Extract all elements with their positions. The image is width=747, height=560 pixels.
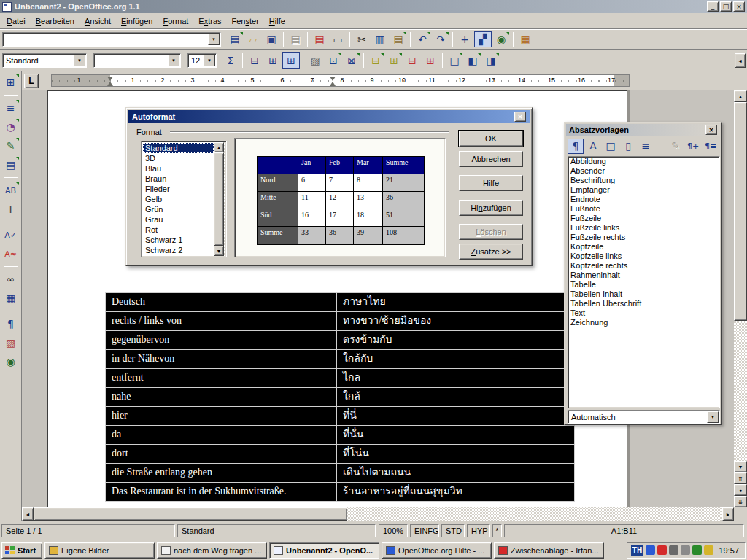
insert-frame-icon[interactable]: □: [446, 52, 463, 69]
online-layout-icon[interactable]: ◉: [2, 353, 20, 370]
format-list-item[interactable]: 3D: [143, 153, 214, 163]
data-sources-icon[interactable]: ▦: [2, 289, 20, 307]
split-cells-icon[interactable]: ⊞: [264, 52, 282, 69]
left-indent-marker[interactable]: [107, 77, 113, 81]
spellcheck-icon[interactable]: A✓: [2, 226, 20, 244]
style-list-item[interactable]: Text: [568, 308, 719, 318]
table-borders-icon[interactable]: ⊡: [325, 52, 342, 69]
style-list-item[interactable]: Beschriftung: [568, 176, 719, 185]
style-list-item[interactable]: Kopfzeile rechts: [568, 261, 719, 271]
doc-cell-german[interactable]: rechts / links von: [106, 312, 336, 330]
style-list-item[interactable]: Zeichnung: [568, 318, 719, 327]
style-list-item[interactable]: Kopfzeile: [568, 242, 719, 252]
doc-cell-german[interactable]: in der Nähevon: [106, 350, 336, 368]
update-style-icon[interactable]: ¶≡: [703, 139, 719, 154]
open-document-icon[interactable]: ▱: [244, 31, 262, 47]
new-document-icon[interactable]: ▤: [226, 31, 244, 47]
stylist-window[interactable]: Absatzvorlagen × ¶A□▯≡✎¶+¶≡ AbbildungAbs…: [564, 122, 722, 425]
format-list-item[interactable]: Flieder: [143, 184, 214, 194]
scroll-thumb[interactable]: [214, 152, 224, 246]
stylist-icon[interactable]: ▞: [474, 31, 492, 47]
frame-styles-icon[interactable]: □: [603, 139, 619, 154]
close-button[interactable]: ×: [733, 1, 745, 12]
document-table[interactable]: Deutschภาษาไทยrechts / links vonทางขวา/ซ…: [105, 292, 575, 502]
language-indicator[interactable]: TH: [631, 545, 643, 556]
doc-cell-german[interactable]: hier: [106, 407, 336, 425]
doc-cell-german[interactable]: die Straße entlang gehen: [106, 464, 336, 482]
vertical-scrollbar[interactable]: ▲ ▼ ⇈ ● ⇊: [734, 90, 747, 508]
volume-icon[interactable]: [669, 545, 678, 555]
gallery-icon[interactable]: ▦: [516, 31, 534, 47]
format-list-item[interactable]: Grün: [143, 204, 214, 214]
menu-fenster[interactable]: Fenster: [227, 15, 264, 28]
draw-functions-icon[interactable]: ✎: [2, 137, 20, 155]
doc-cell-thai[interactable]: ตรงข้ามกับ: [337, 331, 574, 349]
dropdown-arrow-icon[interactable]: ▼: [707, 411, 719, 423]
unmerge-cells-icon[interactable]: ⊞: [282, 52, 300, 69]
border-style-icon[interactable]: ⊠: [343, 52, 360, 69]
next-page-icon[interactable]: ⇊: [734, 496, 747, 508]
optimize-table-icon[interactable]: ◧: [464, 52, 481, 69]
format-list-item[interactable]: Schwarz 2: [143, 245, 214, 255]
doc-cell-thai[interactable]: ที่นี่: [337, 407, 574, 425]
hilfe-button[interactable]: Hilfe: [459, 175, 523, 191]
autospellcheck-icon[interactable]: A≈: [2, 245, 20, 262]
antivirus-icon[interactable]: [657, 545, 667, 555]
scroll-left-icon[interactable]: ◄: [22, 508, 34, 521]
insert-fields-icon[interactable]: ≡: [2, 99, 20, 117]
doc-cell-thai[interactable]: ใกล้กับ: [337, 350, 574, 368]
task-button[interactable]: nach dem Weg fragen ...: [157, 542, 267, 559]
menu-extras[interactable]: Extras: [193, 15, 226, 28]
format-list-item[interactable]: Schwarz 1: [143, 235, 214, 245]
task-button[interactable]: Unbenannt2 - OpenO...: [269, 542, 379, 559]
style-list-item[interactable]: Endnote: [568, 195, 719, 204]
tab-type-selector[interactable]: L: [24, 74, 39, 88]
delete-column-icon[interactable]: ⊞: [422, 52, 439, 69]
style-list-item[interactable]: Fußzeile rechts: [568, 233, 719, 242]
menu-datei[interactable]: Datei: [1, 15, 31, 28]
style-list-item[interactable]: Tabelle: [568, 280, 719, 289]
stylist-titlebar[interactable]: Absatzvorlagen ×: [566, 124, 720, 136]
style-list-item[interactable]: Kopfzeile links: [568, 252, 719, 261]
font-size-combobox[interactable]: 12 ▼: [187, 53, 217, 68]
status-insert-mode[interactable]: EINFG: [410, 524, 439, 537]
vertical-scroll-thumb[interactable]: [734, 102, 747, 321]
status-page[interactable]: Seite 1 / 1: [1, 524, 175, 537]
task-button[interactable]: OpenOffice.org Hilfe - ...: [382, 542, 492, 559]
zusätze-button[interactable]: Zusätze >>: [459, 244, 523, 260]
maximize-button[interactable]: □: [720, 1, 732, 12]
sum-icon[interactable]: Σ: [222, 52, 239, 69]
menu-format[interactable]: Format: [158, 15, 193, 28]
format-list-item[interactable]: Gelb: [143, 194, 214, 204]
task-button[interactable]: Eigene Bilder: [44, 542, 155, 559]
export-pdf-icon[interactable]: ▤: [311, 31, 328, 47]
hyperlink-icon[interactable]: ◉: [492, 31, 510, 47]
hinzufügen-button[interactable]: Hinzufügen: [459, 200, 523, 216]
doc-cell-thai[interactable]: ที่นั่น: [337, 426, 574, 444]
format-list-item[interactable]: Grau: [143, 214, 214, 225]
previous-page-icon[interactable]: ⇈: [734, 472, 747, 484]
autotext-icon[interactable]: AB: [2, 182, 20, 199]
url-combobox[interactable]: ▼: [2, 32, 221, 47]
doc-cell-german[interactable]: entfernt: [106, 369, 336, 387]
dropdown-arrow-icon[interactable]: ▼: [208, 34, 220, 45]
merge-cells-icon[interactable]: ⊟: [246, 52, 263, 69]
right-margin-marker[interactable]: [330, 82, 336, 86]
character-styles-icon[interactable]: A: [585, 139, 601, 154]
update-icon[interactable]: [692, 545, 702, 555]
ok-button[interactable]: OK: [459, 131, 523, 147]
font-name-combobox[interactable]: ▼: [93, 53, 181, 68]
delete-row-icon[interactable]: ⊟: [403, 52, 421, 69]
style-list-item[interactable]: Tabellen Inhalt: [568, 289, 719, 299]
openoffice-quickstarter-icon[interactable]: [646, 545, 655, 555]
style-list-item[interactable]: Rahmeninhalt: [568, 271, 719, 280]
doc-cell-german[interactable]: gegenübervon: [106, 331, 336, 349]
format-list-scrollbar[interactable]: ▲ ▼: [214, 142, 225, 256]
style-list-item[interactable]: Abbildung: [568, 157, 719, 166]
table-format-icon[interactable]: ◨: [482, 52, 500, 69]
doc-cell-german[interactable]: Das Restaurant ist in der Sukhumvitstraß…: [106, 483, 336, 501]
pen-settings-icon[interactable]: [681, 545, 690, 555]
format-list-item[interactable]: Rot: [143, 225, 214, 235]
undo-icon[interactable]: ↶: [414, 31, 431, 47]
copy-icon[interactable]: ▥: [371, 31, 389, 47]
